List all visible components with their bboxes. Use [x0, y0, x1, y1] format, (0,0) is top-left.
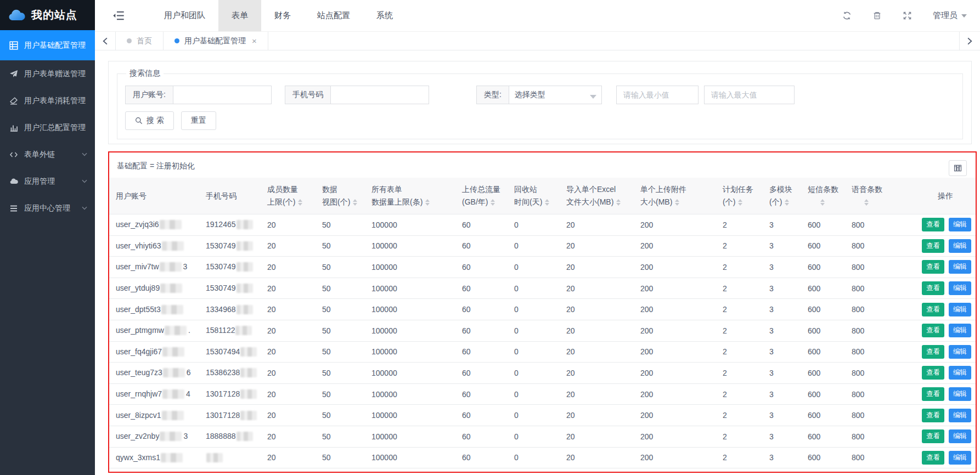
cell-attachment-size: 200 — [634, 235, 716, 257]
sidebar-item-form-gift[interactable]: 用户表单赠送管理 — [0, 60, 95, 87]
cell-attachment-size: 200 — [634, 363, 716, 384]
cell-account: user_vhiyti63 — [109, 235, 199, 257]
view-button[interactable]: 查看 — [922, 303, 944, 316]
sidebar-item-app-management[interactable]: 应用管理 — [0, 168, 95, 195]
nav-item-users-teams[interactable]: 用户和团队 — [151, 0, 218, 31]
edit-button[interactable]: 编辑 — [949, 281, 971, 295]
edit-button[interactable]: 编辑 — [949, 239, 971, 253]
view-button[interactable]: 查看 — [922, 366, 944, 380]
cell-voice-count: 800 — [845, 426, 915, 447]
view-button[interactable]: 查看 — [922, 451, 944, 465]
cell-recycle-days: 0 — [508, 363, 560, 384]
edit-button[interactable]: 编辑 — [949, 260, 971, 274]
col-upload-traffic: 上传总流量 (GB/年) — [455, 178, 508, 214]
cell-data-views: 50 — [316, 363, 365, 384]
redacted-text — [160, 220, 182, 229]
edit-button[interactable]: 编辑 — [949, 429, 971, 443]
edit-button[interactable]: 编辑 — [949, 303, 971, 316]
sort-caret[interactable] — [353, 199, 357, 206]
sort-caret[interactable] — [616, 199, 621, 206]
nav-item-finance[interactable]: 财务 — [261, 0, 304, 31]
sort-caret[interactable] — [491, 199, 495, 206]
sidebar-collapse-icon[interactable] — [112, 0, 126, 31]
edit-button[interactable]: 编辑 — [949, 366, 971, 380]
view-button[interactable]: 查看 — [922, 260, 944, 274]
view-button[interactable]: 查看 — [922, 239, 944, 253]
reset-button[interactable]: 重置 — [181, 111, 216, 130]
sort-caret[interactable] — [425, 199, 430, 206]
cell-phone: 1530749 — [199, 257, 261, 278]
cell-recycle-days: 0 — [508, 383, 560, 405]
edit-button[interactable]: 编辑 — [949, 324, 971, 337]
fullscreen-icon[interactable] — [903, 11, 912, 20]
view-button[interactable]: 查看 — [922, 324, 944, 337]
redacted-text — [206, 453, 223, 462]
account-input[interactable] — [173, 86, 272, 104]
tab-user-base-config[interactable]: 用户基础配置管理 × — [164, 32, 268, 50]
edit-button[interactable]: 编辑 — [949, 451, 971, 465]
cell-phone: 13017128 — [199, 383, 261, 405]
sidebar-item-form-consume[interactable]: 用户表单消耗管理 — [0, 87, 95, 114]
max-value-input[interactable] — [704, 86, 795, 104]
sort-caret[interactable] — [298, 199, 302, 206]
user-menu[interactable]: 管理员 — [933, 10, 967, 21]
cell-account: user_zvjq3i6 — [109, 214, 199, 236]
table-row: user_fq4gji67 15307494 20 50 100000 60 0… — [109, 341, 976, 363]
sort-caret[interactable] — [675, 199, 679, 206]
cell-scheduled-tasks: 2 — [716, 383, 763, 405]
cell-multi-module: 3 — [763, 405, 801, 426]
search-button[interactable]: 搜 索 — [125, 111, 174, 130]
phone-label: 手机号码 — [285, 86, 330, 104]
table-row: user_zvjq3i6 1912465 20 50 100000 60 0 2… — [109, 214, 976, 236]
nav-item-system[interactable]: 系统 — [363, 0, 406, 31]
type-select[interactable]: 选择类型 — [509, 86, 602, 104]
sort-caret[interactable] — [738, 199, 742, 206]
sort-caret[interactable] — [820, 199, 825, 206]
edit-button[interactable]: 编辑 — [949, 345, 971, 359]
tabs-scroll-right-icon[interactable] — [959, 32, 980, 50]
view-button[interactable]: 查看 — [922, 387, 944, 401]
cell-form-data-limit: 100000 — [365, 447, 455, 468]
view-button[interactable]: 查看 — [922, 345, 944, 359]
cell-voice-count: 800 — [845, 320, 915, 341]
column-settings-button[interactable] — [949, 160, 967, 176]
sort-caret[interactable] — [785, 199, 789, 206]
cell-scheduled-tasks: 2 — [716, 447, 763, 468]
tab-home[interactable]: 首页 — [116, 32, 164, 50]
cell-upload-traffic: 60 — [455, 257, 508, 278]
edit-button[interactable]: 编辑 — [949, 218, 971, 231]
edit-button[interactable]: 编辑 — [949, 409, 971, 422]
phone-input[interactable] — [330, 86, 429, 104]
table-row: user_dpt55t3 1334968 20 50 100000 60 0 2… — [109, 299, 976, 320]
trash-icon[interactable] — [872, 11, 882, 20]
sort-caret[interactable] — [864, 199, 869, 206]
sidebar-item-form-external-link[interactable]: 表单外链 — [0, 141, 95, 168]
sidebar-item-app-center-management[interactable]: 应用中心管理 — [0, 195, 95, 222]
cell-data-views: 50 — [316, 447, 365, 468]
view-button[interactable]: 查看 — [922, 218, 944, 231]
redacted-text — [165, 326, 187, 335]
tabs-scroll-left-icon[interactable] — [95, 32, 116, 50]
cell-form-data-limit: 100000 — [365, 257, 455, 278]
cell-attachment-size: 200 — [634, 447, 716, 468]
search-legend: 搜索信息 — [126, 69, 164, 78]
sidebar-item-user-summary-config[interactable]: 用户汇总配置管理 — [0, 114, 95, 141]
edit-button[interactable]: 编辑 — [949, 387, 971, 401]
tab-close-icon[interactable]: × — [252, 37, 257, 45]
cell-sms-count: 600 — [801, 341, 845, 363]
view-button[interactable]: 查看 — [922, 281, 944, 295]
cell-excel-size: 20 — [560, 257, 634, 278]
view-button[interactable]: 查看 — [922, 409, 944, 422]
min-value-input[interactable] — [616, 86, 699, 104]
nav-item-site-config[interactable]: 站点配置 — [304, 0, 363, 31]
nav-item-forms[interactable]: 表单 — [218, 0, 261, 31]
refresh-icon[interactable] — [842, 11, 852, 20]
view-button[interactable]: 查看 — [922, 429, 944, 443]
sort-caret[interactable] — [545, 199, 549, 206]
sidebar-item-user-base-config[interactable]: 用户基础配置管理 — [0, 30, 95, 60]
cell-form-data-limit: 100000 — [365, 214, 455, 236]
columns-icon — [954, 164, 962, 172]
cell-actions: 查看编辑 — [915, 426, 976, 447]
table-row: user_zv2nby3 1888888 20 50 100000 60 0 2… — [109, 426, 976, 447]
cell-form-data-limit: 100000 — [365, 278, 455, 299]
